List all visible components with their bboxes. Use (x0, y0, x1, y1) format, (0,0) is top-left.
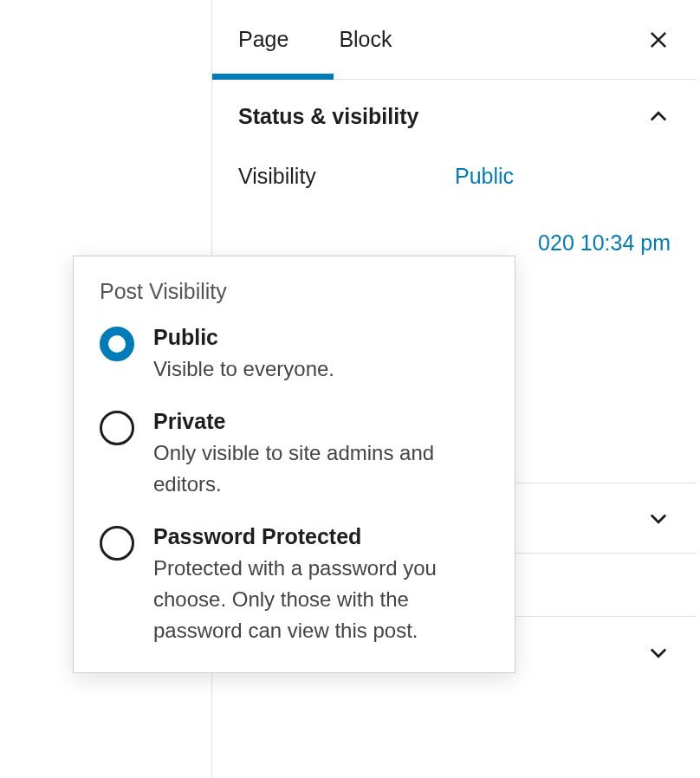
option-label: Public (153, 325, 489, 350)
close-sidebar-button[interactable] (641, 23, 676, 57)
radio-icon (100, 327, 134, 361)
visibility-row: Visibility Public (238, 153, 671, 199)
option-desc: Protected with a password you choose. On… (153, 553, 489, 646)
tab-block[interactable]: Block (339, 3, 392, 76)
chevron-up-icon (646, 105, 671, 129)
chevron-down-icon (646, 506, 671, 530)
section-status-visibility[interactable]: Status & visibility (212, 80, 697, 153)
close-icon (646, 28, 671, 52)
option-text: Private Only visible to site admins and … (153, 409, 489, 500)
radio-icon (100, 526, 134, 561)
section-title: Status & visibility (238, 104, 418, 129)
visibility-option-public[interactable]: Public Visible to everyone. (100, 325, 489, 385)
option-desc: Visible to everyone. (153, 353, 489, 385)
option-label: Private (153, 409, 489, 434)
option-label: Password Protected (153, 524, 489, 549)
visibility-option-private[interactable]: Private Only visible to site admins and … (100, 409, 489, 500)
tab-page[interactable]: Page (238, 3, 288, 76)
tabs: Page Block (212, 0, 697, 80)
option-text: Public Visible to everyone. (153, 325, 489, 385)
option-desc: Only visible to site admins and editors. (153, 438, 489, 500)
popover-title: Post Visibility (100, 279, 489, 304)
chevron-down-icon (646, 640, 671, 665)
visibility-option-password[interactable]: Password Protected Protected with a pass… (100, 524, 489, 646)
publish-date-value[interactable]: 020 10:34 pm (538, 230, 671, 256)
visibility-value[interactable]: Public (455, 164, 514, 189)
post-visibility-popover: Post Visibility Public Visible to everyo… (73, 256, 515, 673)
visibility-label: Visibility (238, 164, 455, 189)
option-text: Password Protected Protected with a pass… (153, 524, 489, 646)
radio-icon (100, 411, 134, 445)
